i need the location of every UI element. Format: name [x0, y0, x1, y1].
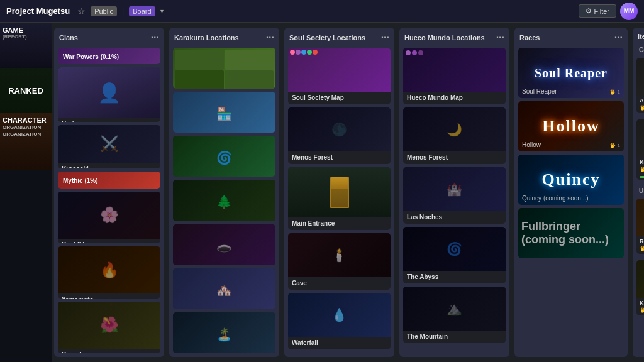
karakura-menu-icon[interactable]: ···: [266, 33, 274, 43]
las-noches-label: Las Noches: [403, 211, 506, 224]
header-sep: |: [122, 7, 124, 16]
header-right: ⚙ Filter MM: [579, 3, 638, 20]
ss-menos-forest-card[interactable]: 🌑 Menos Forest: [288, 107, 391, 164]
senkaimon-card[interactable]: 🌀 Senkaimon: [173, 136, 275, 177]
soul-society-menu-icon[interactable]: ···: [381, 33, 389, 43]
soul-society-header: Soul Society Locations ···: [284, 28, 394, 45]
renjis-headband-card[interactable]: 🪖 x3 Renji's Headband 🖐 1: [636, 199, 644, 254]
clan-kuchiki-label: Kuchiki: [58, 239, 160, 243]
hollow-meta-1: 🖐 1: [609, 143, 620, 148]
clan-mythic-card[interactable]: Mythic (1%): [58, 172, 160, 188]
soul-society-body: Soul Society Map 🌑 Menos Forest: [284, 45, 394, 357]
hm-menos-forest-label: Menos Forest: [403, 151, 506, 164]
clan-kuchiki-card[interactable]: 🌸 Kuchiki: [58, 192, 160, 243]
kisukes-hat-card[interactable]: 🎩 x1 Kisuke's Hat 🖐 1: [636, 260, 644, 315]
kenpachi-progress-bar: [640, 176, 644, 178]
hollow-big-text: Hollow: [542, 117, 599, 136]
quincy-label: Quincy (coming soon...): [522, 195, 589, 202]
soul-reaper-label: Soul Reaper: [522, 88, 557, 95]
race-fullbringer-card[interactable]: Fullbringer (coming soon...): [518, 208, 624, 258]
kenpachi-eyepatch-label: Kenpachi's Eyepatch: [636, 157, 644, 167]
clan-war-powers-card[interactable]: War Powers (0.1%): [58, 48, 160, 64]
menos-cave-card[interactable]: 🕳️ Menos Cave: [173, 224, 275, 265]
races-body: Soul Reaper Soul Reaper 🖐 1 Hollow Hollo…: [514, 45, 628, 357]
waterfall-card[interactable]: 💧 Waterfall: [288, 293, 391, 349]
sidebar-character-label: Character: [3, 116, 49, 124]
hueco-mundo-header: Hueco Mundo Locations ···: [399, 28, 509, 45]
race-quincy-card[interactable]: Quincy Quincy (coming soon...): [518, 155, 624, 205]
hm-menos-forest-card[interactable]: 🌙 Menos Forest: [403, 107, 506, 164]
clan-urahara-card[interactable]: 👤 Urahara: [58, 67, 160, 122]
clans-header: Clans ···: [54, 28, 164, 45]
clans-menu-icon[interactable]: ···: [151, 33, 159, 43]
avatar[interactable]: MM: [620, 3, 638, 20]
aizens-glasses-meta: 🖐 1: [636, 105, 644, 113]
uncommon-section-label: Uncommon: [636, 186, 644, 195]
items-header: Items: [633, 28, 644, 43]
karakura-column: Karakura Locations ··· Karakura Map: [169, 28, 279, 357]
kenpachi-eyepatch-card[interactable]: 🎭 x1 Kenpachi's Eyepatch 🖐 1: [636, 119, 644, 180]
races-menu-icon[interactable]: ···: [614, 33, 623, 43]
star-icon[interactable]: ☆: [77, 6, 86, 16]
karakura-body: Karakura Map 🏪 Urahara Shop 🌀 Senkaimon …: [169, 45, 279, 357]
renjis-headband-meta: 🖐 1: [636, 246, 644, 254]
sidebar-character-card[interactable]: Character Organization Organization: [0, 113, 52, 170]
cave-ss-card[interactable]: 🕯️ Cave: [288, 233, 391, 290]
clan-kurosaki-card[interactable]: ⚔️ Kurosaki: [58, 125, 160, 168]
kisukes-hat-label: Kisuke's Hat: [636, 298, 644, 307]
the-mountain-label: The Mountain: [403, 331, 506, 343]
soul-reaper-big-text: Soul Reaper: [535, 66, 608, 80]
urahara-shop-card[interactable]: 🏪 Urahara Shop: [173, 92, 275, 133]
kisukes-hat-meta: 🖐 1: [636, 307, 644, 315]
clan-yamamoto-card[interactable]: 🔥 Yamamoto: [58, 246, 160, 298]
filter-icon: ⚙: [586, 7, 592, 15]
board: Game (report) Ranked Character Organizat…: [0, 23, 644, 362]
race-hollow-card[interactable]: Hollow Hollow 🖐 1: [518, 101, 624, 151]
clan-war-powers-label: War Powers (0.1%): [63, 53, 119, 60]
races-column: Races ··· Soul Reaper Soul Reaper 🖐 1 Ho…: [514, 28, 628, 357]
race-soul-reaper-card[interactable]: Soul Reaper Soul Reaper 🖐 1: [518, 48, 624, 98]
the-abyss-card[interactable]: 🌀 The Abyss: [403, 227, 506, 283]
sidebar-ranked-card[interactable]: Ranked: [0, 68, 52, 113]
hollow-label: Hollow: [522, 141, 541, 148]
items-body: Common 🕶️ x1 Aizen's Glasses 🖐 1 🎭 x1 Ke: [633, 43, 644, 357]
karakura-island-card[interactable]: 🏝️ Karakura Island: [173, 312, 275, 353]
clans-body: War Powers (0.1%) 👤 Urahara ⚔️ Ku: [54, 45, 164, 357]
the-abyss-label: The Abyss: [403, 271, 506, 283]
filter-button[interactable]: ⚙ Filter: [579, 4, 616, 18]
main-entrance-card[interactable]: Main Entrance: [288, 167, 391, 230]
header-title: Project Mugetsu: [6, 6, 70, 16]
board-badge[interactable]: Board: [129, 6, 155, 16]
karakura-neighbourhood-card[interactable]: 🏘️ Karakura Neighbourhood: [173, 268, 275, 309]
clan-kyoraku-label: Kyoraku: [58, 349, 160, 353]
aizens-glasses-card[interactable]: 🕶️ x1 Aizen's Glasses 🖐 1: [636, 58, 644, 113]
clan-kyoraku-card[interactable]: 🌺 Kyoraku: [58, 302, 160, 353]
hueco-mundo-body: Hueco Mundo Map 🌙 Menos Forest 🏰 Las Noc…: [399, 45, 509, 357]
las-noches-card[interactable]: 🏰 Las Noches: [403, 167, 506, 224]
hueco-mundo-menu-icon[interactable]: ···: [496, 33, 504, 43]
cave-ss-label: Cave: [288, 277, 391, 290]
hm-map-card[interactable]: Hueco Mundo Map: [403, 48, 506, 104]
renjis-headband-label: Renji's Headband: [636, 236, 644, 246]
sidebar-game-label: Game: [3, 26, 49, 34]
kenpachi-eyepatch-meta: 🖐 1: [636, 167, 644, 175]
aizens-glasses-label: Aizen's Glasses: [636, 96, 644, 105]
sidebar-organization-label: Organization: [3, 124, 49, 131]
ss-menos-forest-label: Menos Forest: [288, 151, 391, 164]
clan-mythic-label: Mythic (1%): [63, 177, 98, 184]
the-mountain-card[interactable]: ⛰️ The Mountain: [403, 287, 506, 343]
board-chevron-icon[interactable]: ▾: [160, 8, 164, 14]
hm-map-label: Hueco Mundo Map: [403, 92, 506, 104]
common-section-label: Common: [636, 45, 644, 55]
soul-society-column: Soul Society Locations ··· Soul Society …: [284, 28, 394, 357]
quincy-big-text: Quincy: [542, 170, 601, 189]
sidebar-report-label: (report): [3, 34, 49, 40]
karakura-map-card[interactable]: Karakura Map: [173, 48, 275, 89]
left-sidebar: Game (report) Ranked Character Organizat…: [0, 23, 52, 362]
header: Project Mugetsu ☆ Public | Board ▾ ⚙ Fil…: [0, 0, 644, 23]
hollow-forest-card[interactable]: 🌲 Hollow Forest: [173, 180, 275, 221]
soul-society-map-card[interactable]: Soul Society Map: [288, 48, 391, 104]
items-column: Items Common 🕶️ x1 Aizen's Glasses 🖐 1 🎭: [633, 28, 644, 357]
sidebar-game-card[interactable]: Game (report): [0, 23, 52, 68]
public-badge[interactable]: Public: [91, 6, 117, 16]
